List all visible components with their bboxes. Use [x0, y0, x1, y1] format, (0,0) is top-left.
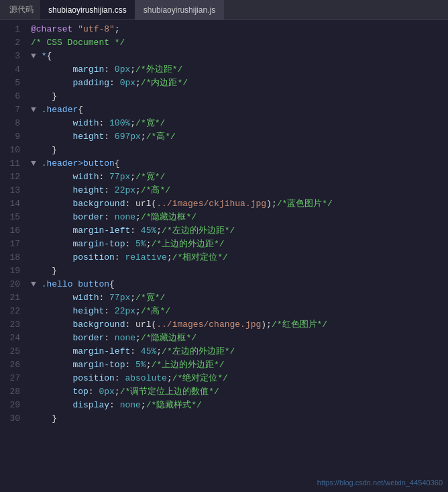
code-line: margin-top: 5%;/*上边的外边距*/: [31, 238, 448, 251]
green-token: /*隐藏样式*/: [146, 399, 202, 412]
tab-bar: 源代码 shubiaoyirushijian.css shubiaoyirush…: [0, 0, 448, 20]
property-token: margin: [72, 63, 104, 77]
green-token: /*蓝色图片*/: [277, 197, 333, 211]
white-token: ;: [115, 23, 120, 36]
value-token: ../images/change.jpg: [156, 318, 261, 332]
code-line: }: [31, 90, 448, 103]
code-line: margin-top: 5%;/*上边的外边距*/: [31, 358, 448, 372]
code-line: margin-left: 45%;/*左边的外边距*/: [31, 345, 448, 358]
code-line: margin-left: 45%;/*左边的外边距*/: [31, 224, 448, 238]
selector-token: .header: [42, 103, 78, 117]
property-token: top: [72, 385, 88, 399]
green-token: /* CSS Document */: [31, 36, 125, 50]
property-token: width: [72, 291, 99, 305]
teal-token: 697px: [115, 130, 141, 144]
white-token: {: [109, 278, 115, 291]
tab-js[interactable]: shubiaoyirushijian.js: [135, 0, 224, 19]
white-token: [31, 197, 72, 211]
white-token: ;: [146, 358, 152, 372]
line-number: 8: [0, 117, 25, 130]
code-line: height: 697px;/*高*/: [31, 130, 448, 144]
teal-token: 5%: [135, 358, 146, 372]
white-token: ;: [130, 170, 135, 184]
white-token: :: [130, 345, 141, 358]
white-token: :: [99, 170, 109, 184]
teal-token: none: [120, 399, 141, 412]
white-token: :: [125, 197, 135, 211]
white-token: [31, 385, 72, 399]
watermark: https://blog.csdn.net/weixin_44540360: [317, 479, 443, 487]
value-token: "utf-8": [78, 23, 115, 36]
property-token: border: [72, 332, 104, 345]
white-token: ;: [135, 305, 141, 318]
white-token: [36, 103, 42, 117]
white-token: :: [125, 318, 135, 332]
white-token: [36, 50, 42, 63]
selector-token: .header>button: [42, 157, 115, 170]
white-token: [31, 251, 72, 264]
line-number: 3: [0, 50, 25, 63]
teal-token: 100%: [109, 117, 130, 130]
property-token: position: [72, 251, 114, 264]
line-number: 10: [0, 144, 25, 157]
line-number: 24: [0, 332, 25, 345]
white-token: :: [115, 372, 125, 385]
code-area: 1234567891011121314151617181920212223242…: [0, 20, 448, 492]
code-line: ▼ .header>button{: [31, 157, 448, 170]
white-token: ;: [135, 184, 141, 197]
white-token: :: [125, 238, 135, 251]
property-token: margin-left: [72, 224, 130, 238]
white-token: url(: [135, 197, 156, 211]
white-token: ;: [141, 399, 146, 412]
property-token: margin-left: [72, 345, 130, 358]
code-line: background: url(../images/ckjihua.jpg);/…: [31, 197, 448, 211]
teal-token: 45%: [141, 345, 156, 358]
green-token: /*左边的外边距*/: [162, 224, 235, 238]
code-line: top: 0px;/*调节定位上边的数值*/: [31, 385, 448, 399]
white-token: ;: [135, 332, 141, 345]
white-token: ;: [130, 117, 135, 130]
line-number: 16: [0, 224, 25, 238]
fold-token: ▼: [31, 157, 36, 170]
white-token: ;: [130, 291, 135, 305]
teal-token: 0px: [120, 77, 135, 90]
value-token: ../images/ckjihua.jpg: [156, 197, 266, 211]
teal-token: 77px: [109, 170, 130, 184]
line-number: 9: [0, 130, 25, 144]
white-token: :: [130, 224, 141, 238]
property-token: position: [72, 372, 114, 385]
teal-token: relative: [125, 251, 166, 264]
property-token: background: [72, 197, 125, 211]
line-number: 18: [0, 251, 25, 264]
teal-token: none: [115, 332, 135, 345]
tab-css[interactable]: shubiaoyirushijian.css: [40, 0, 135, 19]
code-line: ▼ .header{: [31, 103, 448, 117]
code-line: /* CSS Document */: [31, 36, 448, 50]
line-number: 12: [0, 170, 25, 184]
white-token: :: [115, 251, 125, 264]
line-number: 28: [0, 385, 25, 399]
line-number: 15: [0, 211, 25, 224]
white-token: ;: [130, 63, 135, 77]
white-token: }: [31, 144, 57, 157]
white-token: [36, 278, 42, 291]
green-token: /*调节定位上边的数值*/: [120, 385, 219, 399]
teal-token: 45%: [141, 224, 156, 238]
white-token: [31, 117, 72, 130]
white-token: :: [125, 358, 135, 372]
selector-token: .hello button: [42, 278, 109, 291]
white-token: }: [31, 412, 57, 426]
teal-token: absolute: [125, 372, 166, 385]
white-token: [31, 358, 72, 372]
white-token: :: [104, 184, 115, 197]
white-token: {: [78, 103, 83, 117]
teal-token: 0px: [115, 63, 130, 77]
white-token: [31, 211, 72, 224]
line-number: 6: [0, 90, 25, 103]
white-token: ;: [135, 77, 141, 90]
green-token: /*上边的外边距*/: [151, 358, 224, 372]
code-line: border: none;/*隐藏边框*/: [31, 332, 448, 345]
teal-token: 22px: [115, 305, 135, 318]
green-token: /*高*/: [141, 305, 170, 318]
teal-token: 22px: [115, 184, 135, 197]
